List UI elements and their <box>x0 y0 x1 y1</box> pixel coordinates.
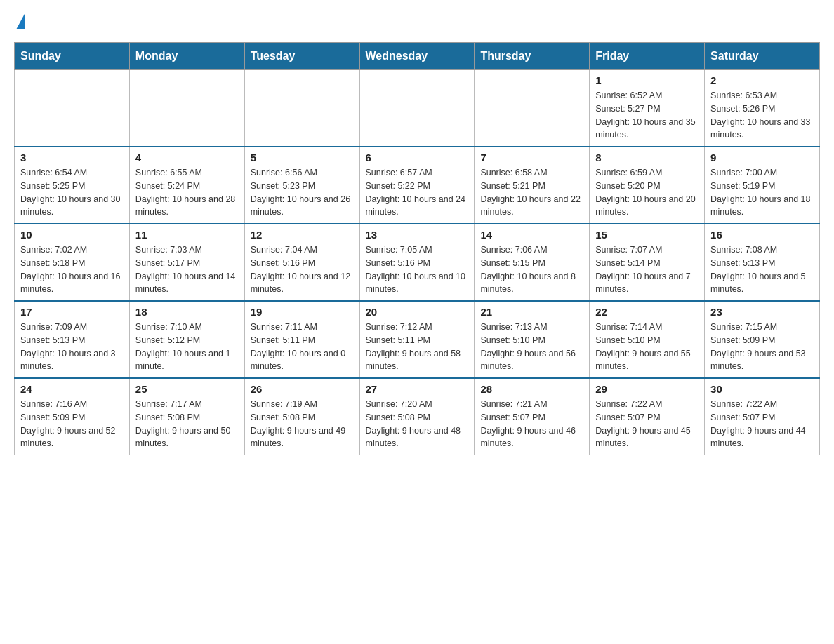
day-info: Sunrise: 6:57 AMSunset: 5:22 PMDaylight:… <box>366 166 469 219</box>
calendar-day-cell: 23Sunrise: 7:15 AMSunset: 5:09 PMDayligh… <box>705 301 820 378</box>
calendar-day-cell: 15Sunrise: 7:07 AMSunset: 5:14 PMDayligh… <box>590 224 705 301</box>
calendar-week-row: 17Sunrise: 7:09 AMSunset: 5:13 PMDayligh… <box>15 301 820 378</box>
calendar-day-cell: 20Sunrise: 7:12 AMSunset: 5:11 PMDayligh… <box>359 301 475 378</box>
day-info: Sunrise: 6:52 AMSunset: 5:27 PMDaylight:… <box>595 89 699 142</box>
day-info: Sunrise: 6:58 AMSunset: 5:21 PMDaylight:… <box>480 166 583 219</box>
day-info: Sunrise: 7:04 AMSunset: 5:16 PMDaylight:… <box>251 243 354 296</box>
day-info: Sunrise: 7:15 AMSunset: 5:09 PMDaylight:… <box>710 321 814 373</box>
day-number: 14 <box>480 229 583 241</box>
calendar-day-cell: 18Sunrise: 7:10 AMSunset: 5:12 PMDayligh… <box>129 301 244 378</box>
calendar-day-cell: 25Sunrise: 7:17 AMSunset: 5:08 PMDayligh… <box>129 378 244 455</box>
calendar-day-cell <box>475 70 590 147</box>
day-number: 24 <box>20 383 124 395</box>
logo-triangle-icon <box>16 13 25 29</box>
day-header-saturday: Saturday <box>705 43 820 70</box>
calendar-day-cell <box>359 70 475 147</box>
day-number: 5 <box>251 152 354 163</box>
day-info: Sunrise: 7:02 AMSunset: 5:18 PMDaylight:… <box>20 243 124 296</box>
day-info: Sunrise: 7:03 AMSunset: 5:17 PMDaylight:… <box>135 243 239 296</box>
page-header <box>14 14 820 31</box>
day-info: Sunrise: 7:08 AMSunset: 5:13 PMDaylight:… <box>710 243 814 296</box>
day-info: Sunrise: 7:14 AMSunset: 5:10 PMDaylight:… <box>595 321 699 373</box>
day-header-sunday: Sunday <box>15 43 130 70</box>
day-number: 23 <box>710 306 814 318</box>
day-info: Sunrise: 7:09 AMSunset: 5:13 PMDaylight:… <box>20 321 124 373</box>
day-info: Sunrise: 7:11 AMSunset: 5:11 PMDaylight:… <box>251 321 354 373</box>
day-number: 2 <box>710 74 814 86</box>
day-info: Sunrise: 7:00 AMSunset: 5:19 PMDaylight:… <box>710 166 814 219</box>
day-number: 8 <box>595 152 699 163</box>
day-number: 16 <box>710 229 814 241</box>
day-info: Sunrise: 6:53 AMSunset: 5:26 PMDaylight:… <box>710 89 814 142</box>
calendar-day-cell: 8Sunrise: 6:59 AMSunset: 5:20 PMDaylight… <box>590 147 705 224</box>
calendar-day-cell: 21Sunrise: 7:13 AMSunset: 5:10 PMDayligh… <box>475 301 590 378</box>
calendar-day-cell <box>129 70 244 147</box>
day-info: Sunrise: 7:05 AMSunset: 5:16 PMDaylight:… <box>366 243 469 296</box>
day-number: 3 <box>20 152 124 163</box>
calendar-day-cell: 13Sunrise: 7:05 AMSunset: 5:16 PMDayligh… <box>359 224 475 301</box>
calendar-day-cell: 14Sunrise: 7:06 AMSunset: 5:15 PMDayligh… <box>475 224 590 301</box>
calendar-day-cell: 9Sunrise: 7:00 AMSunset: 5:19 PMDaylight… <box>705 147 820 224</box>
day-info: Sunrise: 7:19 AMSunset: 5:08 PMDaylight:… <box>251 398 354 450</box>
day-number: 26 <box>251 383 354 395</box>
day-info: Sunrise: 7:20 AMSunset: 5:08 PMDaylight:… <box>366 398 469 450</box>
day-number: 25 <box>135 383 239 395</box>
calendar-day-cell: 28Sunrise: 7:21 AMSunset: 5:07 PMDayligh… <box>475 378 590 455</box>
calendar-header-row: SundayMondayTuesdayWednesdayThursdayFrid… <box>15 43 820 70</box>
calendar-day-cell: 16Sunrise: 7:08 AMSunset: 5:13 PMDayligh… <box>705 224 820 301</box>
day-info: Sunrise: 6:59 AMSunset: 5:20 PMDaylight:… <box>595 166 699 219</box>
calendar-week-row: 24Sunrise: 7:16 AMSunset: 5:09 PMDayligh… <box>15 378 820 455</box>
calendar-day-cell: 12Sunrise: 7:04 AMSunset: 5:16 PMDayligh… <box>244 224 359 301</box>
day-number: 20 <box>366 306 469 318</box>
day-info: Sunrise: 7:07 AMSunset: 5:14 PMDaylight:… <box>595 243 699 296</box>
calendar-week-row: 10Sunrise: 7:02 AMSunset: 5:18 PMDayligh… <box>15 224 820 301</box>
day-header-friday: Friday <box>590 43 705 70</box>
calendar-day-cell: 7Sunrise: 6:58 AMSunset: 5:21 PMDaylight… <box>475 147 590 224</box>
day-number: 30 <box>710 383 814 395</box>
calendar-day-cell: 27Sunrise: 7:20 AMSunset: 5:08 PMDayligh… <box>359 378 475 455</box>
day-info: Sunrise: 6:55 AMSunset: 5:24 PMDaylight:… <box>135 166 239 219</box>
day-header-tuesday: Tuesday <box>244 43 359 70</box>
day-header-monday: Monday <box>129 43 244 70</box>
calendar-day-cell: 10Sunrise: 7:02 AMSunset: 5:18 PMDayligh… <box>15 224 130 301</box>
day-header-wednesday: Wednesday <box>359 43 475 70</box>
day-number: 27 <box>366 383 469 395</box>
day-info: Sunrise: 7:17 AMSunset: 5:08 PMDaylight:… <box>135 398 239 450</box>
calendar-day-cell: 26Sunrise: 7:19 AMSunset: 5:08 PMDayligh… <box>244 378 359 455</box>
day-number: 12 <box>251 229 354 241</box>
day-number: 18 <box>135 306 239 318</box>
logo <box>14 14 25 31</box>
day-number: 19 <box>251 306 354 318</box>
calendar-day-cell: 4Sunrise: 6:55 AMSunset: 5:24 PMDaylight… <box>129 147 244 224</box>
day-number: 7 <box>480 152 583 163</box>
calendar-day-cell: 30Sunrise: 7:22 AMSunset: 5:07 PMDayligh… <box>705 378 820 455</box>
day-info: Sunrise: 7:12 AMSunset: 5:11 PMDaylight:… <box>366 321 469 373</box>
calendar-day-cell: 22Sunrise: 7:14 AMSunset: 5:10 PMDayligh… <box>590 301 705 378</box>
day-info: Sunrise: 7:16 AMSunset: 5:09 PMDaylight:… <box>20 398 124 450</box>
calendar-week-row: 1Sunrise: 6:52 AMSunset: 5:27 PMDaylight… <box>15 70 820 147</box>
day-info: Sunrise: 7:22 AMSunset: 5:07 PMDaylight:… <box>710 398 814 450</box>
day-info: Sunrise: 6:56 AMSunset: 5:23 PMDaylight:… <box>251 166 354 219</box>
day-number: 17 <box>20 306 124 318</box>
day-number: 11 <box>135 229 239 241</box>
calendar-day-cell: 6Sunrise: 6:57 AMSunset: 5:22 PMDaylight… <box>359 147 475 224</box>
day-info: Sunrise: 6:54 AMSunset: 5:25 PMDaylight:… <box>20 166 124 219</box>
day-number: 4 <box>135 152 239 163</box>
calendar-day-cell: 24Sunrise: 7:16 AMSunset: 5:09 PMDayligh… <box>15 378 130 455</box>
calendar-day-cell: 3Sunrise: 6:54 AMSunset: 5:25 PMDaylight… <box>15 147 130 224</box>
day-info: Sunrise: 7:22 AMSunset: 5:07 PMDaylight:… <box>595 398 699 450</box>
day-number: 1 <box>595 74 699 86</box>
day-number: 21 <box>480 306 583 318</box>
calendar-day-cell: 1Sunrise: 6:52 AMSunset: 5:27 PMDaylight… <box>590 70 705 147</box>
calendar-week-row: 3Sunrise: 6:54 AMSunset: 5:25 PMDaylight… <box>15 147 820 224</box>
day-info: Sunrise: 7:10 AMSunset: 5:12 PMDaylight:… <box>135 321 239 373</box>
day-header-thursday: Thursday <box>475 43 590 70</box>
calendar-day-cell: 17Sunrise: 7:09 AMSunset: 5:13 PMDayligh… <box>15 301 130 378</box>
day-info: Sunrise: 7:21 AMSunset: 5:07 PMDaylight:… <box>480 398 583 450</box>
calendar-day-cell <box>244 70 359 147</box>
calendar-day-cell: 29Sunrise: 7:22 AMSunset: 5:07 PMDayligh… <box>590 378 705 455</box>
day-info: Sunrise: 7:06 AMSunset: 5:15 PMDaylight:… <box>480 243 583 296</box>
day-number: 6 <box>366 152 469 163</box>
day-number: 15 <box>595 229 699 241</box>
day-number: 22 <box>595 306 699 318</box>
